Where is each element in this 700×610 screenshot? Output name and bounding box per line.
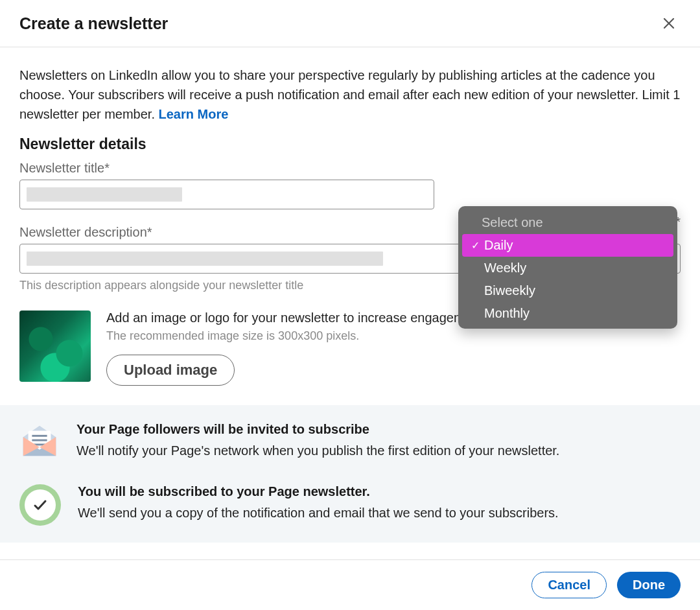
dropdown-option-label: Biweekly <box>484 283 535 298</box>
dropdown-option-label: Monthly <box>484 306 530 321</box>
upload-title: Add an image or logo for your newsletter… <box>106 311 486 325</box>
newsletter-title-label: Newsletter title* <box>19 161 434 176</box>
dropdown-option-monthly[interactable]: Monthly <box>462 302 673 325</box>
done-button[interactable]: Done <box>617 572 681 598</box>
info-item-invite: Your Page followers will be invited to s… <box>19 422 681 462</box>
title-row: Newsletter title* <box>19 161 681 209</box>
dropdown-option-label: Weekly <box>484 261 526 276</box>
dropdown-option-biweekly[interactable]: Biweekly <box>462 279 673 302</box>
close-button[interactable] <box>657 12 681 35</box>
envelope-icon <box>19 422 60 462</box>
dropdown-option-weekly[interactable]: Weekly <box>462 257 673 279</box>
redacted-title-value <box>27 187 182 202</box>
modal-body: Newsletters on LinkedIn allow you to sha… <box>0 47 700 559</box>
newsletter-title-input[interactable] <box>19 180 434 209</box>
info-item-invite-body: We'll notify your Page's network when yo… <box>76 443 559 458</box>
dropdown-option-label: Daily <box>484 238 513 253</box>
modal-footer: Cancel Done <box>0 559 700 610</box>
info-item-invite-text: Your Page followers will be invited to s… <box>76 422 559 458</box>
redacted-description-value <box>27 252 383 266</box>
info-item-invite-title: Your Page followers will be invited to s… <box>76 422 559 437</box>
info-item-subscribe: You will be subscribed to your Page news… <box>19 484 681 526</box>
intro-text-span: Newsletters on LinkedIn allow you to sha… <box>19 68 680 121</box>
close-icon <box>661 16 677 31</box>
learn-more-link[interactable]: Learn More <box>159 107 229 121</box>
check-icon: ✓ <box>469 239 482 252</box>
upload-text: Add an image or logo for your newsletter… <box>106 311 486 386</box>
upload-image-button[interactable]: Upload image <box>106 355 235 386</box>
info-panel: Your Page followers will be invited to s… <box>0 405 700 543</box>
info-item-subscribe-title: You will be subscribed to your Page news… <box>78 484 559 499</box>
create-newsletter-modal: Create a newsletter Newsletters on Linke… <box>0 0 700 610</box>
cancel-button[interactable]: Cancel <box>531 572 607 598</box>
info-item-subscribe-body: We'll send you a copy of the notificatio… <box>78 506 559 521</box>
cadence-dropdown[interactable]: Select one ✓ Daily Weekly Biweekly Month… <box>458 206 677 329</box>
upload-hint: The recommended image size is 300x300 pi… <box>106 329 486 343</box>
dropdown-option-daily[interactable]: ✓ Daily <box>462 234 673 257</box>
details-heading: Newsletter details <box>19 135 681 153</box>
check-badge-icon <box>19 484 61 526</box>
newsletter-thumbnail[interactable] <box>19 311 91 382</box>
info-item-subscribe-text: You will be subscribed to your Page news… <box>78 484 559 521</box>
dropdown-placeholder: Select one <box>462 210 673 234</box>
intro-text: Newsletters on LinkedIn allow you to sha… <box>19 65 681 124</box>
modal-header: Create a newsletter <box>0 0 700 47</box>
modal-title: Create a newsletter <box>19 14 168 33</box>
